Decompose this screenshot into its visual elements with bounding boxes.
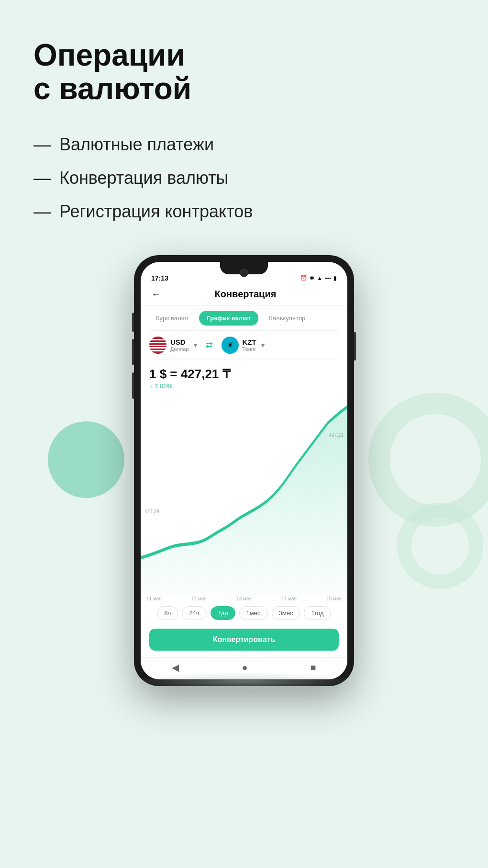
phone-camera bbox=[240, 269, 248, 277]
from-currency-name: Доллар bbox=[170, 346, 189, 352]
list-item: — Регистрация контрактов bbox=[33, 202, 455, 222]
nav-back-icon[interactable]: ◀ bbox=[172, 662, 179, 673]
bluetooth-icon: ✱ bbox=[310, 275, 314, 282]
to-currency-code: KZT bbox=[243, 338, 256, 346]
convert-button[interactable]: Конвертировать bbox=[149, 629, 339, 651]
swap-currencies-icon[interactable]: ⇄ bbox=[206, 340, 213, 350]
from-currency-info: USD Доллар bbox=[170, 338, 189, 352]
to-currency-info: KZT Тенге bbox=[243, 338, 256, 352]
time-period-selector: 8ч 24ч 7дн 1мес 3мес 1год bbox=[141, 601, 347, 625]
chart-date-1: 11 мая bbox=[146, 596, 162, 601]
phone-button-left-2 bbox=[132, 339, 134, 365]
alarm-icon: ⏰ bbox=[300, 275, 307, 282]
list-item: — Конвертация валюты bbox=[33, 168, 455, 188]
wifi-icon: ▲ bbox=[317, 275, 322, 282]
chart-min-label: 423,39 bbox=[144, 509, 159, 514]
phone-button-left-1 bbox=[132, 313, 134, 332]
phone-screen: 17:13 ⏰ ✱ ▲ ▪▪▪ ▮ ← Конвертация bbox=[141, 262, 347, 679]
period-8h[interactable]: 8ч bbox=[157, 606, 178, 620]
period-1yr[interactable]: 1год bbox=[304, 606, 331, 620]
phone-mockup: 17:13 ⏰ ✱ ▲ ▪▪▪ ▮ ← Конвертация bbox=[33, 255, 455, 686]
tab-exchange-rate[interactable]: Курс валют bbox=[148, 311, 196, 326]
back-button[interactable]: ← bbox=[151, 289, 161, 300]
exchange-rate-value: 1 $ = 427,21 ₸ bbox=[149, 367, 339, 382]
chart-date-4: 14 мая bbox=[281, 596, 297, 601]
phone-shadow-base bbox=[129, 672, 359, 691]
to-currency-name: Тенге bbox=[243, 346, 256, 352]
tab-bar: Курс валют График валют Калькулятор bbox=[141, 306, 347, 330]
exchange-rate-chart bbox=[141, 392, 347, 596]
phone-button-left-3 bbox=[132, 372, 134, 399]
chart-dates: 11 мая 12 мая 13 мая 14 мая 15 мая bbox=[141, 596, 347, 601]
list-dash: — bbox=[33, 168, 51, 188]
phone-notch bbox=[220, 262, 268, 274]
chart-date-5: 15 мая bbox=[326, 596, 342, 601]
chart-area: 427,21 423,39 bbox=[141, 392, 347, 596]
period-1mo[interactable]: 1мес bbox=[239, 606, 268, 620]
page-title: Операциис валютой bbox=[33, 38, 455, 106]
currency-selector: USD Доллар ▾ ⇄ ☀ KZT Тенге ▾ bbox=[141, 331, 347, 360]
page: Операциис валютой — Валютные платежи — К… bbox=[0, 0, 488, 868]
rate-change-value: + 2,00% bbox=[149, 383, 339, 390]
app-screen-title: Конвертация bbox=[168, 289, 322, 300]
phone-button-right bbox=[354, 332, 356, 361]
usd-flag bbox=[149, 337, 166, 354]
list-item: — Валютные платежи bbox=[33, 135, 455, 155]
tab-calculator[interactable]: Калькулятор bbox=[261, 311, 313, 326]
from-currency-code: USD bbox=[170, 338, 189, 346]
status-time: 17:13 bbox=[151, 274, 168, 282]
feature-text: Конвертация валюты bbox=[59, 168, 229, 188]
chart-date-2: 12 мая bbox=[191, 596, 207, 601]
from-currency-chevron-icon[interactable]: ▾ bbox=[194, 341, 197, 349]
nav-recent-icon[interactable]: ■ bbox=[310, 662, 316, 673]
chart-max-label: 427,21 bbox=[329, 432, 344, 438]
feature-text: Регистрация контрактов bbox=[59, 202, 253, 222]
feature-text: Валютные платежи bbox=[59, 135, 214, 155]
battery-icon: ▮ bbox=[333, 275, 337, 282]
period-7d[interactable]: 7дн bbox=[211, 606, 235, 620]
app-header: ← Конвертация bbox=[141, 285, 347, 306]
to-currency-chevron-icon[interactable]: ▾ bbox=[261, 341, 265, 349]
rate-display: 1 $ = 427,21 ₸ + 2,00% bbox=[141, 360, 347, 392]
status-icons: ⏰ ✱ ▲ ▪▪▪ ▮ bbox=[300, 275, 337, 282]
chart-date-3: 13 мая bbox=[236, 596, 252, 601]
feature-list: — Валютные платежи — Конвертация валюты … bbox=[33, 135, 455, 222]
list-dash: — bbox=[33, 135, 51, 155]
list-dash: — bbox=[33, 202, 51, 222]
phone-outer: 17:13 ⏰ ✱ ▲ ▪▪▪ ▮ ← Конвертация bbox=[134, 255, 354, 686]
kzt-flag: ☀ bbox=[222, 337, 239, 354]
tab-chart[interactable]: График валют bbox=[199, 311, 258, 326]
period-3mo[interactable]: 3мес bbox=[272, 606, 300, 620]
period-24h[interactable]: 24ч bbox=[182, 606, 206, 620]
signal-icon: ▪▪▪ bbox=[325, 275, 331, 282]
